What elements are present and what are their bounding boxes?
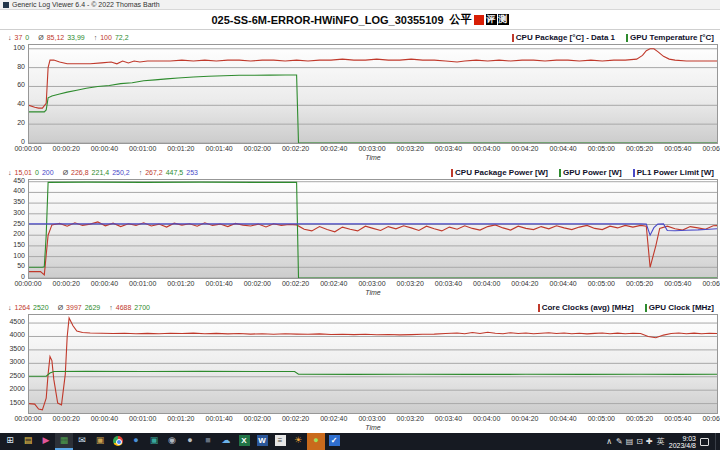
chart-stats: ↓15,010200Ø226,8221,4250,2↑267,2447,5253: [8, 169, 198, 176]
window-titlebar[interactable]: Generic Log Viewer 6.4 - © 2022 Thomas B…: [0, 0, 720, 10]
tray-network-icon[interactable]: ✚: [646, 433, 653, 450]
logo-boxed-char: 测: [498, 14, 509, 25]
stat-value: 0: [35, 169, 39, 176]
onedrive-icon[interactable]: ☁: [217, 433, 235, 450]
y-tick-label: 450: [13, 177, 25, 185]
legend-item: Core Clocks (avg) [MHz]: [538, 303, 634, 312]
tray-display-icon[interactable]: ⊡: [636, 433, 643, 450]
tray-chevron-up-icon[interactable]: ∧: [606, 433, 612, 450]
stat-value: 447,5: [166, 169, 184, 176]
stat-max-symbol: ↑: [139, 169, 143, 176]
legend-label: GPU Power [W]: [563, 168, 622, 177]
y-tick-label: 4000: [9, 331, 25, 339]
y-tick-label: 40: [17, 100, 25, 108]
x-tick-label: 00:00:00: [14, 415, 41, 422]
app-check-tile: ✓: [329, 435, 340, 446]
x-axis: 00:00:0000:00:2000:00:4000:01:0000:01:20…: [28, 414, 718, 424]
app-amber-icon[interactable]: ▣: [91, 433, 109, 450]
app-gray-icon[interactable]: ●: [181, 433, 199, 450]
app-icon: [3, 2, 9, 8]
x-tick-label: 00:05:20: [626, 415, 653, 422]
camera-icon[interactable]: ◉: [163, 433, 181, 450]
legend-color-bar: [512, 34, 514, 42]
plot-area[interactable]: [28, 179, 718, 279]
y-axis: 1500200025003000350040004500: [2, 314, 28, 414]
legend-item: GPU Power [W]: [559, 168, 622, 177]
window-title: Generic Log Viewer 6.4 - © 2022 Thomas B…: [12, 1, 160, 8]
excel-icon[interactable]: X: [235, 433, 253, 450]
start-icon[interactable]: ⊞: [1, 433, 19, 450]
y-tick-label: 2500: [9, 372, 25, 380]
y-tick-label: 300: [13, 209, 25, 217]
app-check-icon[interactable]: ✓: [325, 433, 343, 450]
stat-avg-symbol: Ø: [38, 34, 43, 41]
x-tick-label: 00:00:20: [53, 280, 80, 287]
chrome-icon[interactable]: [109, 433, 127, 450]
app-teal-icon[interactable]: ▣: [145, 433, 163, 450]
stat-avg: Ø39972629: [58, 304, 101, 311]
x-tick-label: 00:02:40: [320, 415, 347, 422]
chrome-logo: [113, 436, 123, 446]
stat-min-symbol: ↓: [8, 34, 12, 41]
stat-value: 4688: [116, 304, 132, 311]
x-tick-label: 00:01:40: [205, 145, 232, 152]
chart-panel-clocks: ↓12642520Ø39972629↑46882700 Core Clocks …: [2, 301, 718, 433]
tray-folder-icon[interactable]: ▤: [626, 433, 634, 450]
app-slate-icon[interactable]: ■: [199, 433, 217, 450]
x-tick-label: 00:02:00: [244, 280, 271, 287]
show-desktop-button[interactable]: [715, 433, 717, 450]
taskbar: ⊞▤▶▦✉▣●▣◉●■☁XW≡☀●✓ ∧ ✎▤⊡✚ 英 9:03 2023/4/…: [0, 433, 720, 450]
x-tick-label: 00:00:00: [14, 145, 41, 152]
x-tick-label: 00:01:40: [205, 280, 232, 287]
stat-value: 3997: [66, 304, 82, 311]
legend-item: GPU Clock [MHz]: [645, 303, 714, 312]
x-tick-label: 00:01:20: [167, 415, 194, 422]
y-tick-label: 3500: [9, 345, 25, 353]
y-tick-label: 3000: [9, 358, 25, 366]
stat-avg: Ø85,1233,99: [38, 34, 85, 41]
stat-min: ↓370: [8, 34, 29, 41]
app-sun-icon[interactable]: ☀: [289, 433, 307, 450]
y-tick-label: 100: [13, 44, 25, 52]
y-tick-label: 150: [13, 241, 25, 249]
x-tick-label: 00:02:40: [320, 280, 347, 287]
stat-min-symbol: ↓: [8, 169, 12, 176]
ime-language-indicator[interactable]: 英: [657, 436, 665, 447]
plot-area[interactable]: [28, 44, 718, 144]
x-tick-label: 00:04:20: [511, 145, 538, 152]
camera-glyph: ◉: [168, 432, 176, 449]
app-pink-icon[interactable]: ▶: [37, 433, 55, 450]
taskbar-clock[interactable]: 9:03 2023/4/8: [669, 435, 696, 449]
y-tick-label: 4500: [9, 318, 25, 326]
mail-icon[interactable]: ✉: [73, 433, 91, 450]
app-pink-glyph: ▶: [43, 432, 50, 449]
file-explorer-icon[interactable]: ▤: [19, 433, 37, 450]
start-glyph: ⊞: [6, 432, 14, 449]
x-tick-label: 00:05:20: [626, 145, 653, 152]
action-center-icon[interactable]: [700, 438, 709, 446]
notepad-icon[interactable]: ≡: [271, 433, 289, 450]
stat-avg-symbol: Ø: [58, 304, 63, 311]
x-tick-label: 00:05:00: [588, 145, 615, 152]
stat-min-symbol: ↓: [8, 304, 12, 311]
header: 025-SS-6M-ERROR-HWiNFO_LOG_30355109 公平 评…: [0, 10, 720, 30]
word-icon[interactable]: W: [253, 433, 271, 450]
x-tick-label: 00:05:40: [664, 280, 691, 287]
series-line: [29, 182, 717, 278]
x-tick-label: 00:00:40: [91, 145, 118, 152]
x-tick-label: 00:03:40: [435, 415, 462, 422]
app-green-icon[interactable]: ▦: [55, 433, 73, 450]
app-orange-icon[interactable]: ●: [307, 433, 325, 450]
x-tick-label: 00:03:00: [358, 145, 385, 152]
chart-legend: CPU Package Power [W]GPU Power [W]PL1 Po…: [451, 168, 714, 177]
stat-value: 250,2: [112, 169, 130, 176]
legend-label: CPU Package [°C] - Data 1: [516, 33, 615, 42]
x-tick-label: 00:04:40: [549, 280, 576, 287]
chart-stats: ↓12642520Ø39972629↑46882700: [8, 304, 150, 311]
legend-label: Core Clocks (avg) [MHz]: [542, 303, 634, 312]
legend-label: GPU Temperature [°C]: [630, 33, 714, 42]
plot-area[interactable]: [28, 314, 718, 414]
tray-pen-icon[interactable]: ✎: [616, 433, 623, 450]
x-tick-label: 00:03:20: [397, 280, 424, 287]
app-blue-icon[interactable]: ●: [127, 433, 145, 450]
